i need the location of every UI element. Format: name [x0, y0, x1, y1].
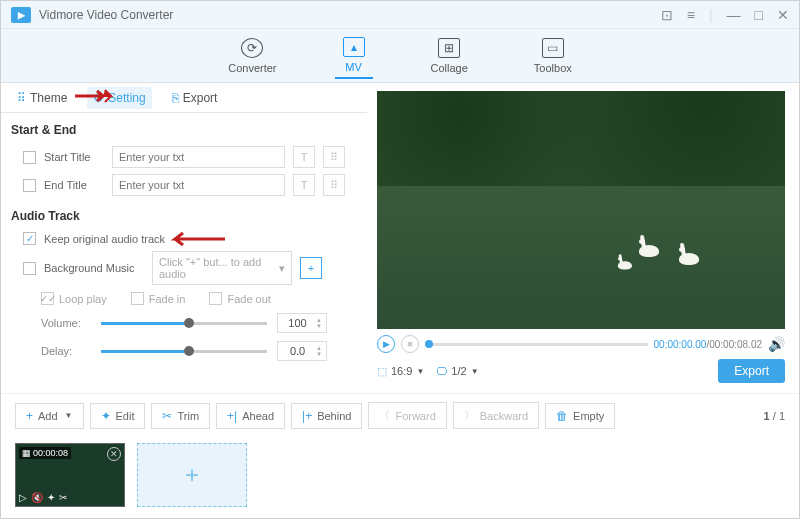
end-title-checkbox[interactable] [23, 179, 36, 192]
feedback-icon[interactable]: ⊡ [661, 7, 673, 23]
clip-thumbnails: ▦00:00:08 ✕ ▷ 🔇 ✦ ✂ + [1, 437, 799, 513]
volume-value[interactable]: 100▲▼ [277, 313, 327, 333]
nav-collage[interactable]: ⊞ Collage [423, 34, 476, 78]
forward-button[interactable]: 〈Forward [368, 402, 446, 429]
mute-icon[interactable]: 🔇 [31, 492, 43, 503]
aspect-selector[interactable]: ⬚16:9▼ [377, 365, 424, 378]
remove-clip-icon[interactable]: ✕ [107, 447, 121, 461]
end-title-input[interactable] [112, 174, 285, 196]
delay-slider[interactable] [101, 350, 267, 353]
section-audio-track: Audio Track [1, 199, 367, 229]
trim-button[interactable]: ✂Trim [151, 403, 210, 429]
backward-button[interactable]: 〉Backward [453, 402, 539, 429]
effect-icon[interactable]: ✦ [47, 492, 55, 503]
close-icon[interactable]: ✕ [777, 7, 789, 23]
edit-button[interactable]: ✦Edit [90, 403, 146, 429]
loop-checkbox[interactable]: ✓ [41, 292, 54, 305]
app-title: Vidmore Video Converter [39, 8, 661, 22]
empty-button[interactable]: 🗑Empty [545, 403, 615, 429]
nav-toolbox[interactable]: ▭ Toolbox [526, 34, 580, 78]
export-button[interactable]: Export [718, 359, 785, 383]
start-title-checkbox[interactable] [23, 151, 36, 164]
nav-converter[interactable]: ⟳ Converter [220, 34, 284, 78]
play-button[interactable]: ▶ [377, 335, 395, 353]
titlebar: ▶ Vidmore Video Converter ⊡ ≡ | — □ ✕ [1, 1, 799, 29]
play-icon[interactable]: ▷ [19, 492, 27, 503]
cut-icon[interactable]: ✂ [59, 492, 67, 503]
timeline-slider[interactable] [425, 343, 648, 346]
app-logo: ▶ [11, 7, 31, 23]
annotation-arrow-setting [73, 89, 113, 103]
zoom-selector[interactable]: 🖵1/2▼ [436, 365, 478, 377]
behind-button[interactable]: |+Behind [291, 403, 362, 429]
menu-icon[interactable]: ≡ [687, 7, 695, 23]
bg-music-checkbox[interactable] [23, 262, 36, 275]
nav-mv[interactable]: ▴ MV [335, 33, 373, 79]
ahead-button[interactable]: +|Ahead [216, 403, 285, 429]
clip-thumbnail[interactable]: ▦00:00:08 ✕ ▷ 🔇 ✦ ✂ [15, 443, 125, 507]
bg-music-select[interactable]: Click "+" but... to add audio▾ [152, 251, 292, 285]
top-navigation: ⟳ Converter ▴ MV ⊞ Collage ▭ Toolbox [1, 29, 799, 83]
subtabs: ⠿Theme ⚙Setting ⎘Export [1, 83, 367, 113]
fadeout-checkbox[interactable] [209, 292, 222, 305]
film-icon: ▦ [22, 448, 31, 458]
tab-theme[interactable]: ⠿Theme [11, 87, 73, 109]
volume-slider[interactable] [101, 322, 267, 325]
mv-icon: ▴ [343, 37, 365, 57]
tab-export[interactable]: ⎘Export [166, 87, 224, 109]
annotation-arrow-audio [171, 231, 227, 247]
converter-icon: ⟳ [241, 38, 263, 58]
section-start-end: Start & End [1, 113, 367, 143]
pagination: 1 / 1 [764, 410, 785, 422]
text-style-icon[interactable]: T [293, 174, 315, 196]
maximize-icon[interactable]: □ [755, 7, 763, 23]
text-expand-icon[interactable]: ⠿ [323, 146, 345, 168]
video-preview[interactable] [377, 91, 785, 329]
delay-value[interactable]: 0.0▲▼ [277, 341, 327, 361]
add-button[interactable]: +Add▼ [15, 403, 84, 429]
volume-icon[interactable]: 🔊 [768, 336, 785, 352]
collage-icon: ⊞ [438, 38, 460, 58]
add-clip-button[interactable]: + [137, 443, 247, 507]
text-expand-icon[interactable]: ⠿ [323, 174, 345, 196]
minimize-icon[interactable]: — [727, 7, 741, 23]
fadein-checkbox[interactable] [131, 292, 144, 305]
keep-original-checkbox[interactable] [23, 232, 36, 245]
start-title-input[interactable] [112, 146, 285, 168]
add-music-button[interactable]: + [300, 257, 322, 279]
text-style-icon[interactable]: T [293, 146, 315, 168]
preview-panel: ▶ ■ 00:00:00.00/00:00:08.02 🔊 ⬚16:9▼ 🖵1/… [367, 83, 799, 393]
clip-toolbar: +Add▼ ✦Edit ✂Trim +|Ahead |+Behind 〈Forw… [1, 393, 799, 437]
settings-panel: ⠿Theme ⚙Setting ⎘Export Start & End Star… [1, 83, 367, 393]
stop-button[interactable]: ■ [401, 335, 419, 353]
toolbox-icon: ▭ [542, 38, 564, 58]
